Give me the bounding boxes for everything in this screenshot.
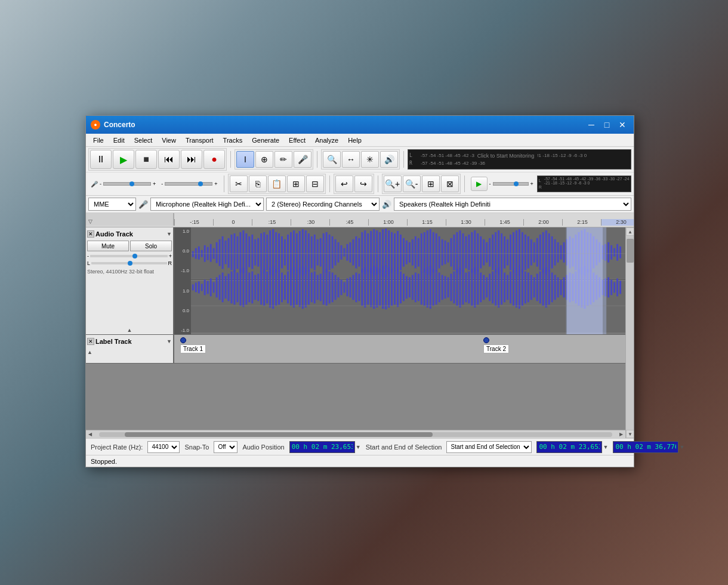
label-track-dropdown[interactable]: ▼ bbox=[166, 338, 172, 344]
label-track-close[interactable]: ✕ bbox=[87, 338, 94, 345]
menu-view[interactable]: View bbox=[157, 136, 181, 145]
menu-select[interactable]: Select bbox=[129, 136, 158, 145]
h-scrollbar-thumb[interactable] bbox=[125, 432, 433, 437]
channels-select[interactable]: 2 (Stereo) Recording Channels bbox=[266, 198, 380, 211]
fit-proj-button[interactable]: ⊠ bbox=[441, 176, 459, 192]
output-vol-slider[interactable] bbox=[165, 182, 212, 186]
h-scrollbar-track[interactable] bbox=[99, 432, 612, 437]
snap-to-select[interactable]: Off bbox=[214, 441, 237, 453]
svg-rect-91 bbox=[456, 232, 458, 273]
menu-generate[interactable]: Generate bbox=[247, 136, 284, 145]
undo-button[interactable]: ↩ bbox=[335, 176, 353, 192]
copy-tool[interactable]: ⎘ bbox=[249, 176, 267, 192]
menu-effect[interactable]: Effect bbox=[284, 136, 310, 145]
ruler-mark: 1:45 bbox=[485, 219, 523, 226]
scroll-right-arrow[interactable]: ▶ bbox=[618, 432, 624, 438]
label-track-content[interactable]: Track 1 Track 2 bbox=[174, 335, 625, 363]
v-scroll-up[interactable]: ▲ bbox=[626, 227, 634, 236]
skip-back-button[interactable]: ⏮ bbox=[158, 150, 180, 169]
sel-start-dropdown[interactable]: ▼ bbox=[603, 444, 608, 450]
multi-tool-button[interactable]: ⊕ bbox=[255, 151, 273, 168]
audio-track-dropdown[interactable]: ▼ bbox=[166, 231, 172, 237]
sel-end-dropdown[interactable]: ▼ bbox=[679, 444, 684, 450]
minimize-button[interactable]: ─ bbox=[585, 118, 598, 131]
selection-end-input[interactable] bbox=[613, 441, 678, 453]
svg-rect-56 bbox=[352, 239, 354, 266]
svg-rect-273 bbox=[563, 278, 565, 298]
label-pin-1[interactable] bbox=[180, 337, 186, 343]
close-button[interactable]: ✕ bbox=[616, 118, 629, 131]
expand-tool[interactable]: ↔ bbox=[342, 151, 360, 168]
menu-edit[interactable]: Edit bbox=[109, 136, 129, 145]
trim-tool[interactable]: ⊞ bbox=[287, 176, 305, 192]
audio-position-input[interactable] bbox=[289, 441, 355, 453]
svg-rect-145 bbox=[616, 244, 618, 261]
project-rate-select[interactable]: 44100 bbox=[147, 441, 180, 453]
playback-vol-slider[interactable] bbox=[493, 182, 529, 186]
svg-rect-175 bbox=[272, 266, 274, 309]
gain-plus-label: + bbox=[169, 253, 172, 259]
svg-rect-87 bbox=[445, 241, 446, 264]
redo-button[interactable]: ↪ bbox=[354, 176, 372, 192]
solo-button[interactable]: Solo bbox=[130, 241, 172, 251]
speaker-select[interactable]: Speakers (Realtek High Definiti bbox=[394, 198, 631, 211]
mute-button[interactable]: Mute bbox=[87, 241, 129, 251]
skip-fwd-button[interactable]: ⏭ bbox=[181, 150, 202, 169]
mic-tool-button[interactable]: 🎤 bbox=[294, 151, 311, 168]
record-button[interactable]: ● bbox=[203, 150, 225, 169]
select-tool-button[interactable]: I bbox=[236, 151, 254, 168]
menu-analyze[interactable]: Analyze bbox=[310, 136, 343, 145]
zoom-in-tool[interactable]: 🔍 bbox=[323, 151, 341, 168]
svg-rect-180 bbox=[287, 272, 289, 304]
svg-rect-204 bbox=[358, 274, 360, 301]
audio-track-content[interactable]: 1.0 0.0 -1.0 1.0 0.0 -1.0 bbox=[174, 227, 625, 334]
play-btn-small[interactable]: ▶ bbox=[471, 177, 488, 191]
track-gain-slider[interactable] bbox=[90, 255, 168, 257]
svg-rect-20 bbox=[245, 233, 247, 270]
label-track-wrapper: ✕ Label Track ▼ ▲ Track 1 bbox=[86, 335, 625, 364]
selection-type-select[interactable]: Start and End of Selection bbox=[446, 441, 532, 453]
silence-tool[interactable]: ⊟ bbox=[306, 176, 324, 192]
cut-tool[interactable]: ✂ bbox=[230, 176, 248, 192]
stop-button[interactable]: ■ bbox=[135, 150, 157, 169]
v-scrollbar-track[interactable] bbox=[626, 236, 634, 430]
label-text-track1[interactable]: Track 1 bbox=[180, 344, 206, 353]
pause-button[interactable]: ⏸ bbox=[90, 150, 112, 169]
fit-sel-button[interactable]: ⊞ bbox=[422, 176, 440, 192]
svg-rect-144 bbox=[613, 248, 615, 257]
label-pin-2[interactable] bbox=[483, 337, 489, 343]
menu-file[interactable]: File bbox=[88, 136, 109, 145]
scroll-left-arrow[interactable]: ◀ bbox=[87, 432, 93, 438]
v-scrollbar-thumb[interactable] bbox=[627, 239, 634, 263]
selection-start-input[interactable] bbox=[536, 441, 602, 453]
play-button[interactable]: ▶ bbox=[113, 150, 134, 169]
audio-pos-dropdown[interactable]: ▼ bbox=[356, 444, 361, 450]
track-pan-slider[interactable] bbox=[91, 262, 166, 264]
svg-rect-210 bbox=[376, 267, 378, 308]
menu-transport[interactable]: Transport bbox=[181, 136, 218, 145]
menu-help[interactable]: Help bbox=[343, 136, 366, 145]
vol-tool[interactable]: 🔊 bbox=[380, 151, 398, 168]
multi2-tool[interactable]: ✳ bbox=[361, 151, 379, 168]
svg-rect-34 bbox=[287, 235, 289, 270]
audio-track-close[interactable]: ✕ bbox=[87, 230, 94, 238]
host-select[interactable]: MME bbox=[88, 198, 136, 211]
label-text-track2[interactable]: Track 2 bbox=[483, 344, 509, 353]
zoom-in-button[interactable]: 🔍+ bbox=[384, 176, 402, 192]
svg-rect-74 bbox=[406, 241, 408, 264]
label-marker-track1[interactable]: Track 1 bbox=[180, 337, 206, 353]
svg-rect-244 bbox=[477, 270, 479, 305]
track-expand-button[interactable]: ▲ bbox=[127, 327, 132, 333]
label-track-expand[interactable]: ▲ bbox=[87, 349, 172, 355]
label-marker-track2[interactable]: Track 2 bbox=[483, 337, 509, 353]
v-scroll-down[interactable]: ▼ bbox=[626, 430, 634, 438]
menu-tracks[interactable]: Tracks bbox=[218, 136, 248, 145]
ruler-mark: 2:00 bbox=[523, 219, 562, 226]
mic-select[interactable]: Microphone (Realtek High Defi... bbox=[150, 198, 264, 211]
draw-tool-button[interactable]: ✏ bbox=[274, 151, 292, 168]
input-gain-slider[interactable] bbox=[103, 182, 151, 186]
maximize-button[interactable]: □ bbox=[600, 118, 613, 131]
zoom-out-button[interactable]: 🔍- bbox=[403, 176, 421, 192]
paste-tool[interactable]: 📋 bbox=[268, 176, 286, 192]
svg-rect-151 bbox=[201, 284, 203, 291]
